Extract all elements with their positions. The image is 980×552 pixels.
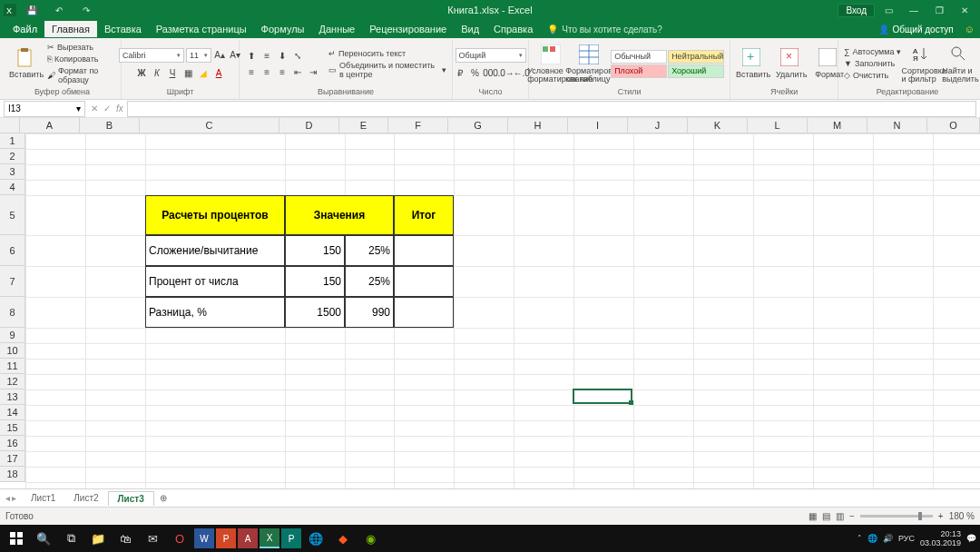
ribbon-options-icon[interactable]: ▭ xyxy=(877,1,900,19)
tab-view[interactable]: Вид xyxy=(454,21,486,37)
cell-D5[interactable]: Значения xyxy=(285,195,394,235)
tab-layout[interactable]: Разметка страницы xyxy=(149,21,254,37)
mail-icon[interactable]: ✉ xyxy=(140,526,165,551)
increase-decimal-icon[interactable]: .0→ xyxy=(500,66,513,79)
tray-globe-icon[interactable]: 🌐 xyxy=(867,534,877,543)
paste-button[interactable]: Вставить xyxy=(9,48,44,79)
row-header-7[interactable]: 7 xyxy=(0,266,25,297)
cancel-formula-icon[interactable]: ✕ xyxy=(91,104,98,113)
clock[interactable]: 20:13 03.03.2019 xyxy=(920,529,961,547)
fill-button[interactable]: ▼Заполнить xyxy=(844,59,901,68)
col-header-O[interactable]: O xyxy=(927,118,980,133)
col-header-K[interactable]: K xyxy=(688,118,748,133)
comma-icon[interactable]: 000 xyxy=(485,66,497,79)
cell-E8[interactable]: 990 xyxy=(345,297,394,328)
col-header-J[interactable]: J xyxy=(628,118,688,133)
minimize-icon[interactable]: — xyxy=(902,1,926,19)
start-button[interactable] xyxy=(4,526,29,551)
insert-cells-button[interactable]: +Вставить xyxy=(736,48,770,79)
col-header-H[interactable]: H xyxy=(508,118,568,133)
maximize-icon[interactable]: ❐ xyxy=(927,1,951,19)
zoom-out-icon[interactable]: − xyxy=(849,511,855,521)
row-header-6[interactable]: 6 xyxy=(0,235,25,266)
col-header-G[interactable]: G xyxy=(448,118,508,133)
style-bad[interactable]: Плохой xyxy=(611,64,667,78)
grow-font-icon[interactable]: A▴ xyxy=(213,48,226,61)
sort-filter-button[interactable]: AЯСортировка и фильтр xyxy=(905,44,939,84)
cell-F5[interactable]: Итог xyxy=(394,195,454,235)
tray-up-icon[interactable]: ˄ xyxy=(858,534,862,543)
cell-D8[interactable]: 1500 xyxy=(285,297,345,328)
row-header-14[interactable]: 14 xyxy=(0,405,25,420)
view-normal-icon[interactable]: ▦ xyxy=(808,511,817,521)
col-header-F[interactable]: F xyxy=(388,118,448,133)
autosum-button[interactable]: ∑Автосумма▾ xyxy=(844,47,901,56)
tab-review[interactable]: Рецензирование xyxy=(362,21,454,37)
align-top-icon[interactable]: ⬆ xyxy=(245,49,258,62)
row-header-15[interactable]: 15 xyxy=(0,420,25,436)
publisher-icon[interactable]: P xyxy=(281,528,301,548)
cell-E6[interactable]: 25% xyxy=(345,235,394,266)
zoom-slider[interactable] xyxy=(860,515,933,518)
search-icon[interactable]: 🔍 xyxy=(31,526,56,551)
row-header-11[interactable]: 11 xyxy=(0,359,25,374)
wrap-text-button[interactable]: ↵Переносить текст xyxy=(328,49,446,58)
style-good[interactable]: Хороший xyxy=(668,64,724,78)
tray-lang[interactable]: РУС xyxy=(898,534,915,543)
col-header-E[interactable]: E xyxy=(339,118,388,133)
format-as-table-button[interactable]: Форматировать как таблицу xyxy=(573,44,607,84)
currency-icon[interactable]: ₽ xyxy=(454,66,466,79)
col-header-B[interactable]: B xyxy=(80,118,140,133)
row-header-16[interactable]: 16 xyxy=(0,436,25,451)
orientation-icon[interactable]: ⤡ xyxy=(291,49,304,62)
word-icon[interactable]: W xyxy=(194,528,214,548)
fx-icon[interactable]: fx xyxy=(116,104,123,113)
align-bottom-icon[interactable]: ⬇ xyxy=(276,49,289,62)
align-middle-icon[interactable]: ≡ xyxy=(260,49,273,62)
percent-icon[interactable]: % xyxy=(469,66,482,79)
tab-nav[interactable]: ◂▸ xyxy=(0,493,22,503)
cells-area[interactable]: Расчеты процентовЗначенияИтогСложение/вы… xyxy=(25,133,980,488)
indent-inc-icon[interactable]: ⇥ xyxy=(307,65,319,78)
chrome-icon[interactable]: 🌐 xyxy=(303,526,328,551)
cell-D6[interactable]: 150 xyxy=(285,235,345,266)
tab-formulas[interactable]: Формулы xyxy=(254,21,312,37)
col-header-M[interactable]: M xyxy=(808,118,867,133)
tab-file[interactable]: Файл xyxy=(5,21,44,37)
cell-C7[interactable]: Процент от числа xyxy=(145,266,285,297)
close-icon[interactable]: ✕ xyxy=(953,1,976,19)
row-header-10[interactable]: 10 xyxy=(0,343,25,359)
cell-C8[interactable]: Разница, % xyxy=(145,297,285,328)
row-header-1[interactable]: 1 xyxy=(0,133,25,149)
excel-taskbar-icon[interactable]: X xyxy=(260,528,279,548)
tab-data[interactable]: Данные xyxy=(311,21,362,37)
col-header-I[interactable]: I xyxy=(568,118,628,133)
tab-insert[interactable]: Вставка xyxy=(97,21,149,37)
col-header-D[interactable]: D xyxy=(279,118,339,133)
format-painter-button[interactable]: 🖌Формат по образцу xyxy=(47,66,115,84)
formula-bar[interactable] xyxy=(127,101,976,117)
col-header-C[interactable]: C xyxy=(140,118,279,133)
row-header-8[interactable]: 8 xyxy=(0,297,25,328)
font-size-select[interactable]: 11▾ xyxy=(186,48,211,63)
smiley-icon[interactable]: ☺ xyxy=(965,24,975,34)
tell-me[interactable]: 💡Что вы хотите сделать? xyxy=(547,25,662,34)
align-left-icon[interactable]: ≡ xyxy=(245,65,258,78)
style-neutral[interactable]: Нейтральный xyxy=(668,50,724,64)
zoom-in-icon[interactable]: + xyxy=(938,511,944,521)
add-sheet-button[interactable]: ⊕ xyxy=(154,491,172,505)
name-box[interactable]: I13▾ xyxy=(4,101,85,117)
conditional-formatting-button[interactable]: Условное форматирование xyxy=(534,44,569,84)
cell-styles-gallery[interactable]: Обычный Нейтральный Плохой Хороший xyxy=(611,50,724,78)
row-header-5[interactable]: 5 xyxy=(0,195,25,235)
view-layout-icon[interactable]: ▤ xyxy=(822,511,830,521)
notifications-icon[interactable]: 💬 xyxy=(966,534,976,543)
login-button[interactable]: Вход xyxy=(838,4,875,17)
row-header-12[interactable]: 12 xyxy=(0,374,25,389)
border-button[interactable]: ▦ xyxy=(181,66,194,79)
sheet-tab-1[interactable]: Лист1 xyxy=(22,491,64,505)
cut-button[interactable]: ✂Вырезать xyxy=(47,43,115,52)
decrease-decimal-icon[interactable]: ←.0 xyxy=(515,66,528,79)
sheet-tab-3[interactable]: Лист3 xyxy=(108,491,154,506)
copy-button[interactable]: ⎘Копировать xyxy=(47,54,115,64)
